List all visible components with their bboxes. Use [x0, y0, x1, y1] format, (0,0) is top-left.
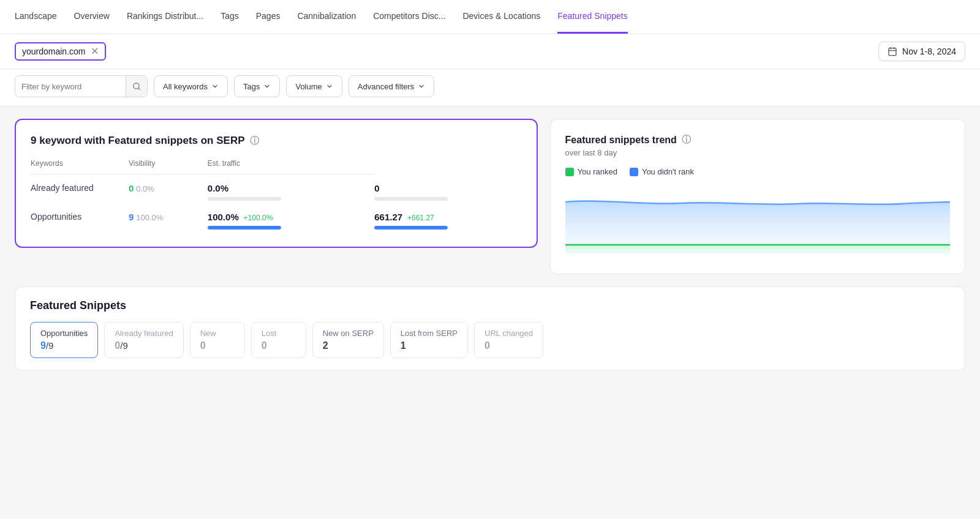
row-label: Opportunities	[31, 203, 129, 232]
toolbar: yourdomain.com ✕ Nov 1-8, 2024	[0, 34, 980, 69]
col-visibility: Visibility	[129, 159, 208, 174]
tab-value: 1	[401, 340, 458, 351]
top-navigation: LandscapeOverviewRankings Distribut...Ta…	[0, 0, 980, 34]
search-wrap[interactable]	[15, 75, 148, 97]
domain-chip[interactable]: yourdomain.com ✕	[15, 42, 106, 61]
row-visibility: 0.0%	[208, 174, 374, 204]
tab-value: 0	[262, 340, 296, 351]
svg-line-5	[138, 88, 140, 90]
trend-subtitle: over last 8 day	[565, 148, 950, 157]
featured-snippets-tab-url-changed[interactable]: URL changed 0	[474, 322, 543, 358]
toolbar-left: yourdomain.com ✕	[15, 42, 106, 61]
tab-value: 9/9	[40, 340, 88, 351]
all-keywords-dropdown[interactable]: All keywords	[154, 75, 228, 97]
legend-item-not-ranked: You didn't rank	[630, 167, 694, 176]
nav-item-landscape[interactable]: Landscape	[15, 0, 57, 34]
chevron-down-icon	[211, 83, 219, 90]
date-range-label: Nov 1-8, 2024	[902, 47, 956, 56]
nav-item-tags[interactable]: Tags	[221, 0, 239, 34]
legend-ranked-label: You ranked	[578, 167, 617, 176]
date-range-button[interactable]: Nov 1-8, 2024	[878, 42, 965, 61]
chevron-down-icon	[263, 83, 271, 90]
trend-title: Featured snippets trend ⓘ	[565, 134, 950, 146]
close-icon[interactable]: ✕	[91, 47, 99, 56]
tab-value: 0	[484, 340, 533, 351]
tags-dropdown[interactable]: Tags	[234, 75, 280, 97]
row-count: 0 0.0%	[129, 174, 208, 204]
domain-label: yourdomain.com	[22, 47, 86, 56]
featured-snippets-tab-lost[interactable]: Lost 0	[251, 322, 306, 358]
legend-ranked-icon	[565, 168, 574, 176]
tab-label: New	[200, 329, 235, 338]
svg-rect-0	[889, 48, 896, 56]
summary-table: Keywords Visibility Est. traffic Already…	[31, 159, 522, 232]
tab-label: Opportunities	[40, 329, 88, 338]
nav-item-pages[interactable]: Pages	[256, 0, 281, 34]
all-keywords-label: All keywords	[163, 82, 208, 91]
filter-row: All keywords Tags Volume Advanced filter…	[0, 69, 980, 106]
col-est-traffic: Est. traffic	[208, 159, 374, 174]
table-row: Opportunities 9 100.0% 100.0% +100.0% 66…	[31, 203, 522, 232]
tab-value: 0	[200, 340, 235, 351]
legend-item-ranked: You ranked	[565, 167, 617, 176]
legend-not-ranked-icon	[630, 168, 638, 176]
nav-item-rankings-distribut---[interactable]: Rankings Distribut...	[127, 0, 203, 34]
nav-item-featured-snippets[interactable]: Featured Snippets	[557, 0, 627, 34]
trend-card: Featured snippets trend ⓘ over last 8 da…	[550, 119, 965, 274]
featured-snippets-tab-lost-from-serp[interactable]: Lost from SERP 1	[390, 322, 468, 358]
tags-label: Tags	[243, 82, 260, 91]
nav-item-overview[interactable]: Overview	[74, 0, 110, 34]
tab-value: 2	[323, 340, 374, 351]
featured-snippets-tabs: Opportunities 9/9 Already featured 0/9 N…	[30, 322, 950, 358]
tab-label: Lost	[262, 329, 296, 338]
tab-label: New on SERP	[323, 329, 374, 338]
tab-label: Already featured	[115, 329, 173, 338]
trend-chart	[565, 184, 950, 257]
nav-item-devices---locations[interactable]: Devices & Locations	[462, 0, 540, 34]
featured-snippets-tab-opportunities[interactable]: Opportunities 9/9	[30, 322, 98, 358]
row-count: 9 100.0%	[129, 203, 208, 232]
featured-snippets-section: Featured Snippets Opportunities 9/9 Alre…	[15, 286, 965, 371]
search-input[interactable]	[15, 76, 126, 97]
nav-item-competitors-disc---[interactable]: Competitors Disc...	[373, 0, 445, 34]
table-row: Already featured 0 0.0% 0.0% 0	[31, 174, 522, 204]
featured-snippets-tab-already-featured[interactable]: Already featured 0/9	[104, 322, 183, 358]
row-traffic: 661.27 +661.27	[374, 203, 521, 232]
row-traffic: 0	[374, 174, 521, 204]
calendar-icon	[888, 47, 897, 56]
nav-item-cannibalization[interactable]: Cannibalization	[297, 0, 356, 34]
featured-snippets-tab-new-on-serp[interactable]: New on SERP 2	[312, 322, 384, 358]
chevron-down-icon	[326, 83, 333, 90]
advanced-filters-label: Advanced filters	[358, 82, 415, 91]
search-icon	[132, 82, 141, 91]
volume-label: Volume	[295, 82, 322, 91]
row-visibility: 100.0% +100.0%	[208, 203, 374, 232]
search-button[interactable]	[126, 76, 147, 97]
row-label: Already featured	[31, 174, 129, 204]
col-keywords: Keywords	[31, 159, 129, 174]
legend: You ranked You didn't rank	[565, 167, 950, 176]
card-title: 9 keyword with Featured snippets on SERP…	[31, 135, 522, 147]
featured-snippets-title: Featured Snippets	[30, 299, 950, 312]
advanced-filters-dropdown[interactable]: Advanced filters	[349, 75, 435, 97]
main-content: 9 keyword with Featured snippets on SERP…	[0, 106, 980, 286]
info-icon[interactable]: ⓘ	[250, 135, 259, 147]
volume-dropdown[interactable]: Volume	[286, 75, 342, 97]
tab-value: 0/9	[115, 340, 173, 351]
chevron-down-icon	[418, 83, 425, 90]
featured-snippets-tab-new[interactable]: New 0	[190, 322, 245, 358]
tab-label: URL changed	[484, 329, 533, 338]
tab-label: Lost from SERP	[401, 329, 458, 338]
info-icon[interactable]: ⓘ	[682, 134, 691, 146]
legend-not-ranked-label: You didn't rank	[642, 167, 694, 176]
snippets-summary-card: 9 keyword with Featured snippets on SERP…	[15, 119, 538, 248]
